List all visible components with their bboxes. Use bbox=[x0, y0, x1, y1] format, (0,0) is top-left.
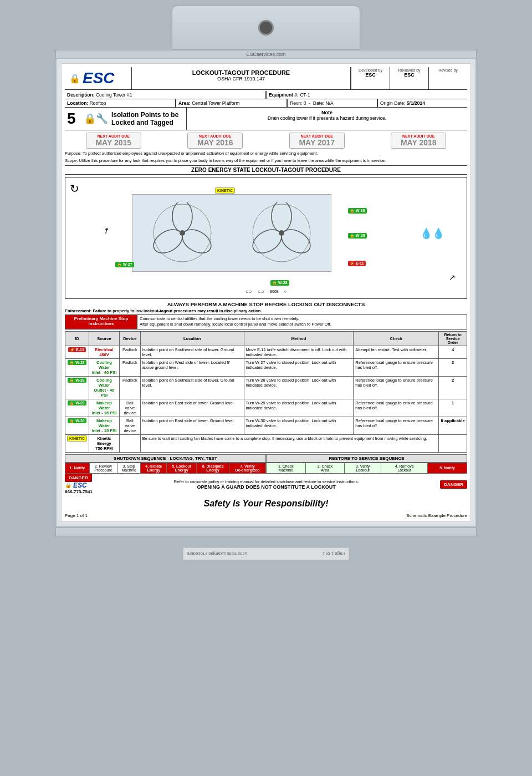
purpose-line1: Purpose: To protect authorized employees… bbox=[65, 151, 467, 156]
flipped-card: Page 1 of 1 Schematic Example Procedure bbox=[183, 547, 349, 560]
row-check-e11: Attempt fan restart. Test with voltmeter… bbox=[354, 346, 439, 358]
revn-label: Revn: bbox=[290, 100, 302, 106]
row-method-w27: Turn W-27 valve to closed position. Lock… bbox=[244, 358, 354, 376]
row-order-e11: 4 bbox=[439, 346, 467, 358]
w30-id-badge: 🔒 W-30 bbox=[68, 418, 86, 423]
description-cell: Description: Cooling Tower #1 bbox=[65, 91, 266, 99]
row-device-w29: Ball valvedevice bbox=[119, 399, 140, 417]
fan-right-svg bbox=[251, 202, 312, 263]
equipment-cell: Equipment #: CT-1 bbox=[266, 91, 467, 99]
audit-label-4: NEXT AUDIT DUE bbox=[397, 134, 440, 138]
audit-label-2: NEXT AUDIT DUE bbox=[193, 134, 237, 138]
info-row-1: Description: Cooling Tower #1 Equipment … bbox=[65, 91, 467, 99]
reviewed-by-label: Reviewed by bbox=[391, 68, 427, 72]
svg-point-7 bbox=[277, 225, 311, 257]
row-location-w28: Isolation point on Southeast side of tow… bbox=[140, 376, 244, 399]
note-title: Note bbox=[189, 110, 465, 115]
page-info-row: Page 1 of 1 Schematic Example Procedure bbox=[65, 513, 467, 518]
row-source-w30: Makeup WaterInlet - 15 PSI bbox=[89, 417, 120, 434]
card-inner: 🔒 ESC LOCKOUT-TAGOUT PROCEDURE OSHA CFR … bbox=[61, 63, 471, 522]
origin-date-value: 5/1/2014 bbox=[407, 100, 425, 106]
e11-id-badge: ⚡ E-11 bbox=[68, 347, 86, 352]
fan-left-svg bbox=[152, 202, 213, 263]
row-id-w27: 🔒 W-27 bbox=[65, 358, 89, 376]
card-outer: 🔒 ESC LOCKOUT-TAGOUT PROCEDURE OSHA CFR … bbox=[55, 58, 477, 528]
table-row: 🔒 W-29 Makeup WaterInlet - 15 PSI Ball v… bbox=[65, 399, 467, 417]
col-source: Source bbox=[89, 331, 120, 346]
w28-badge: 🔒 W-28 bbox=[270, 280, 289, 286]
row-order-w30: If applicable bbox=[439, 417, 467, 434]
area-value: Central Tower Platform bbox=[192, 100, 239, 106]
row-device-e11: Padlock bbox=[119, 346, 140, 358]
prelim-section: Preliminary Machine Stop Instructions Co… bbox=[65, 315, 467, 329]
revised-by-label: Revised by bbox=[430, 68, 466, 72]
row-method-w28: Turn W-28 valve to closed position. Lock… bbox=[244, 376, 354, 399]
title-area: LOCKOUT-TAGOUT PROCEDURE OSHA CFR 1910.1… bbox=[131, 67, 351, 89]
isolation-section: 5 🔒🔧 Isolation Points to be Locked and T… bbox=[65, 108, 467, 130]
row-id-kinetic: KINETIC bbox=[65, 434, 89, 452]
audit-row: NEXT AUDIT DUE MAY 2015 NEXT AUDIT DUE M… bbox=[65, 133, 467, 149]
table-row: 🔒 W-28 Cooling WaterOutlet - 40 PSI Padl… bbox=[65, 376, 467, 399]
schematic-label: Schematic Example Procedure bbox=[406, 513, 467, 518]
row-order-w27: 3 bbox=[439, 358, 467, 376]
row-id-w28: 🔒 W-28 bbox=[65, 376, 89, 399]
row-source-w29: Makeup WaterInlet - 15 PSI bbox=[89, 399, 120, 417]
main-table: ID Source Device Location Method Check R… bbox=[65, 331, 467, 453]
row-source-kinetic: Kinetic Energy750 RPM bbox=[89, 434, 120, 452]
shutdown-sequence-header: SHUTDOWN SEQUENCE - LOCK/TAG, TRY, TEST bbox=[65, 454, 266, 463]
location-value: Rooftop bbox=[90, 100, 106, 106]
kinetic-id-badge: KINETIC bbox=[67, 435, 87, 442]
row-id-w29: 🔒 W-29 bbox=[65, 399, 89, 417]
schematic-label-2: ⊂⊃ bbox=[258, 290, 264, 294]
col-location: Location bbox=[140, 331, 244, 346]
isolation-number: 5 bbox=[67, 110, 80, 128]
w30-badge: 🔒 W-30 bbox=[348, 208, 367, 214]
origin-date-cell: Origin Date: 5/1/2014 bbox=[377, 99, 467, 107]
schematic-inner: ↻ bbox=[65, 177, 467, 298]
col-device: Device bbox=[119, 331, 140, 346]
shutdown-sequence: SHUTDOWN SEQUENCE - LOCK/TAG, TRY, TEST … bbox=[65, 454, 266, 474]
col-method: Method bbox=[244, 331, 354, 346]
row-id-w30: 🔒 W-30 bbox=[65, 417, 89, 434]
row-order-kinetic bbox=[439, 434, 467, 452]
row-source-w27: Cooling WaterInlet - 40 PSI bbox=[89, 358, 120, 376]
prelim-text-line2: After equipment is shut down remotely, l… bbox=[140, 322, 464, 328]
audit-label-1: NEXT AUDIT DUE bbox=[92, 134, 135, 138]
revn-cell: Revn: 0 - Date: N/A bbox=[287, 99, 377, 107]
disconnect-arrow: ↗ bbox=[101, 225, 111, 236]
audit-date-4: MAY 2018 bbox=[397, 138, 440, 147]
header-row: 🔒 ESC LOCKOUT-TAGOUT PROCEDURE OSHA CFR … bbox=[65, 67, 467, 90]
danger-right-badge: DANGER bbox=[440, 480, 467, 489]
info-row-2: Location: Rooftop Area: Central Tower Pl… bbox=[65, 99, 467, 108]
svg-point-2 bbox=[178, 225, 212, 257]
area-cell: Area: Central Tower Platform bbox=[176, 99, 287, 107]
description-value: Cooling Tower #1 bbox=[96, 92, 132, 98]
w27-badge: 🔒 W-27 bbox=[115, 262, 134, 267]
revn-value: 0 bbox=[304, 100, 306, 106]
row-check-w30: Reference local gauge to ensure pressure… bbox=[354, 417, 439, 434]
svg-point-3 bbox=[152, 225, 186, 257]
row-method-kinetic: Be sure to wait until cooling fan blades… bbox=[140, 434, 439, 452]
row-order-w28: 2 bbox=[439, 376, 467, 399]
water-droplets: 💧💧 bbox=[420, 227, 444, 240]
audit-box-2: NEXT AUDIT DUE MAY 2016 bbox=[187, 133, 243, 149]
table-row: ⚡ E-11 Electrical480V Padlock Isolation … bbox=[65, 346, 467, 358]
title-sub: OSHA CFR 1910.147 bbox=[134, 76, 348, 82]
prelim-text: Communicate to central utilities that th… bbox=[137, 315, 467, 329]
col-check: Check bbox=[354, 331, 439, 346]
description-label: Description: bbox=[67, 92, 95, 98]
footer-logo-area: 🔒 ESC bbox=[65, 481, 93, 489]
svg-point-8 bbox=[251, 225, 285, 257]
audit-box-3: NEXT AUDIT DUE MAY 2017 bbox=[289, 133, 345, 149]
schematic-label-3: 8008 bbox=[270, 290, 279, 294]
developed-by-value: ESC bbox=[352, 72, 388, 78]
audit-label-3: NEXT AUDIT DUE bbox=[295, 134, 339, 138]
isolation-title: Isolation Points to be Locked and Tagged bbox=[111, 111, 178, 126]
isolation-title-line1: Isolation Points to be bbox=[111, 111, 178, 119]
shutdown-sequence-table: 1. Notify 2. ReviewProcedure 3. StopMach… bbox=[65, 463, 266, 474]
enforcement-bold: Enforcement: bbox=[65, 308, 91, 313]
page-wrapper: ESCservices.com 🔒 ESC LOCKOUT-TAGOUT PRO… bbox=[55, 0, 477, 566]
zero-energy-title: ZERO ENERGY STATE LOCKOUT-TAGOUT PROCEDU… bbox=[65, 165, 467, 175]
prelim-title-line2: Instructions bbox=[68, 321, 135, 326]
lock-wrench-icon: 🔒🔧 bbox=[84, 113, 108, 125]
